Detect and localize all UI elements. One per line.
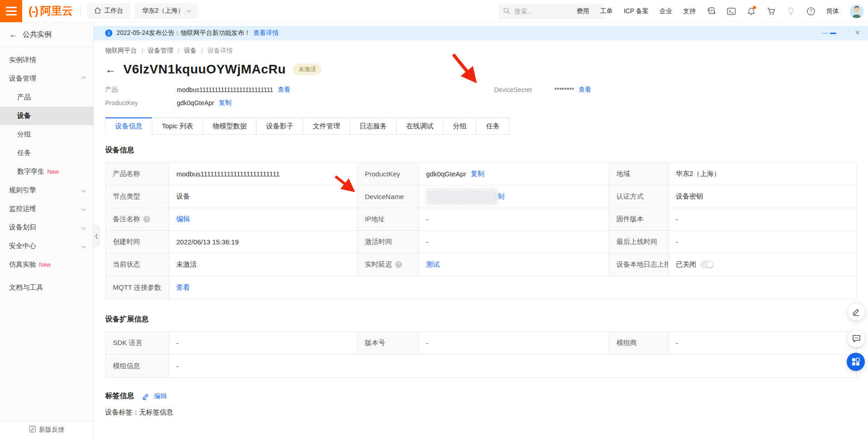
breadcrumb-device-management[interactable]: 设备管理 bbox=[148, 47, 173, 55]
back-arrow-icon[interactable]: ← bbox=[105, 64, 116, 75]
topbar-divider bbox=[80, 6, 81, 16]
notification-bell-icon[interactable] bbox=[747, 7, 756, 16]
tab-tsl-data[interactable]: 物模型数据 bbox=[203, 117, 257, 135]
svg-text:?: ? bbox=[810, 9, 812, 14]
row-label: 认证方式 bbox=[609, 185, 669, 208]
productkey-copy-link[interactable]: 复制 bbox=[219, 99, 232, 107]
tab-topic-list[interactable]: Topic 列表 bbox=[152, 117, 203, 135]
aliyun-logo[interactable]: (-) 阿里云 bbox=[29, 4, 73, 18]
terminal-icon[interactable] bbox=[727, 7, 736, 16]
sidebar-item-jobs[interactable]: 任务 bbox=[0, 144, 93, 162]
sidebar-item-docs-tools[interactable]: 文档与工具 bbox=[0, 278, 93, 297]
topbar-right: 费用 工单 ICP 备案 企业 支持 P ? 简体 bbox=[577, 0, 863, 22]
api-icon[interactable]: P bbox=[707, 7, 716, 16]
breadcrumb-devices[interactable]: 设备 bbox=[184, 47, 197, 55]
row-label: MQTT 连接参数 bbox=[106, 276, 169, 299]
row-label: 设备本地日志上报 bbox=[609, 253, 669, 276]
announcement-detail-link[interactable]: 查看详情 bbox=[253, 29, 279, 37]
copy-link[interactable]: 复制 bbox=[470, 170, 484, 178]
sidebar-nav: 实例详情 设备管理 产品 设备 分组 任务 数字孪生New 规则引擎 监控运维 … bbox=[0, 47, 93, 297]
row-label: 节点类型 bbox=[106, 185, 169, 208]
breadcrumb-iot-platform[interactable]: 物联网平台 bbox=[105, 47, 137, 55]
region-label: 华东2（上海） bbox=[142, 7, 184, 15]
help-tooltip-icon[interactable]: ? bbox=[143, 216, 150, 223]
tab-online-debug[interactable]: 在线调试 bbox=[396, 117, 443, 135]
row-label: 模组商 bbox=[609, 332, 669, 354]
banner-close-icon[interactable]: × bbox=[855, 28, 860, 38]
topbar: (-) 阿里云 工作台 华东2（上海） 费用 工单 ICP 备案 企业 支持 bbox=[0, 0, 868, 22]
tab-jobs[interactable]: 任务 bbox=[476, 117, 509, 135]
local-log-toggle[interactable] bbox=[700, 261, 714, 268]
test-link[interactable]: 测试 bbox=[426, 260, 440, 269]
region-selector[interactable]: 华东2（上海） bbox=[135, 3, 198, 19]
ticket-link[interactable]: 工单 bbox=[600, 7, 613, 15]
apps-grid-float-button[interactable] bbox=[847, 353, 865, 371]
tab-file-management[interactable]: 文件管理 bbox=[303, 117, 350, 135]
sidebar-collapse-handle[interactable]: ❮ bbox=[94, 225, 100, 246]
feedback-button[interactable]: 新版反馈 bbox=[0, 421, 93, 438]
edit-pencil-icon[interactable] bbox=[142, 393, 150, 400]
sidebar-item-monitoring[interactable]: 监控运维 bbox=[0, 200, 93, 218]
productkey-label: ProductKey bbox=[105, 99, 177, 107]
view-link[interactable]: 查看 bbox=[176, 283, 190, 292]
tag-info-section-title: 标签信息 编辑 bbox=[105, 391, 857, 401]
module-info-value: - bbox=[169, 355, 856, 377]
support-link[interactable]: 支持 bbox=[683, 7, 696, 15]
grid-icon bbox=[852, 358, 860, 366]
row-label: 最后上线时间 bbox=[609, 231, 669, 253]
chevron-down-icon bbox=[82, 207, 86, 211]
tab-groups[interactable]: 分组 bbox=[443, 117, 476, 135]
sidebar-item-rules-engine[interactable]: 规则引擎 bbox=[0, 181, 93, 200]
cart-icon[interactable] bbox=[766, 7, 776, 16]
sidebar-item-security-center[interactable]: 安全中心 bbox=[0, 237, 93, 255]
edit-link[interactable]: 编辑 bbox=[176, 215, 190, 224]
language-switch[interactable]: 简体 bbox=[826, 7, 839, 15]
product-view-link[interactable]: 查看 bbox=[278, 86, 291, 94]
module-vendor-value: - bbox=[669, 332, 856, 354]
chat-float-button[interactable] bbox=[848, 330, 865, 347]
sidebar-item-devices[interactable]: 设备 bbox=[0, 107, 93, 125]
sidebar-item-device-management[interactable]: 设备管理 bbox=[0, 69, 93, 88]
sidebar-item-simulation[interactable]: 仿真实验New bbox=[0, 255, 93, 274]
node-type-value: 设备 bbox=[169, 185, 358, 208]
page-title: V6lzVN1kquuOYWjMAcRu bbox=[123, 62, 286, 77]
help-tooltip-icon[interactable]: ? bbox=[395, 261, 402, 268]
row-label: 当前状态 bbox=[106, 253, 169, 276]
product-meta-row: 产品 modbus111111111111111111111111 查看 bbox=[105, 83, 857, 96]
lightbulb-icon[interactable] bbox=[786, 7, 795, 16]
sidebar-item-groups[interactable]: 分组 bbox=[0, 125, 93, 144]
sidebar: ← 公共实例 实例详情 设备管理 产品 设备 分组 任务 数字孪生New 规则引… bbox=[0, 22, 94, 438]
sidebar-item-instance-detail[interactable]: 实例详情 bbox=[0, 51, 93, 69]
workbench-button[interactable]: 工作台 bbox=[87, 3, 131, 19]
product-value: modbus111111111111111111111111 bbox=[177, 86, 273, 93]
sidebar-item-device-assignment[interactable]: 设备划归 bbox=[0, 218, 93, 237]
page-title-row: ← V6lzVN1kquuOYWjMAcRu 未激活 bbox=[105, 62, 857, 77]
sidebar-item-products[interactable]: 产品 bbox=[0, 88, 93, 107]
current-status-value: 未激活 bbox=[169, 253, 358, 276]
tab-device-shadow[interactable]: 设备影子 bbox=[256, 117, 303, 135]
sidebar-item-digital-twin[interactable]: 数字孪生New bbox=[0, 162, 93, 181]
tag-edit-link[interactable]: 编辑 bbox=[154, 392, 167, 400]
user-avatar[interactable] bbox=[850, 5, 863, 18]
created-time-value: 2022/06/13 15:36:19 bbox=[169, 231, 358, 253]
banner-page-indicators[interactable] bbox=[822, 33, 836, 34]
feedback-edit-float-button[interactable] bbox=[848, 303, 865, 321]
devicename-cell: 复制 bbox=[419, 185, 609, 208]
device-tag-label: 设备标签： bbox=[105, 408, 139, 417]
tab-device-info[interactable]: 设备信息 bbox=[105, 117, 152, 135]
activation-time-value: - bbox=[419, 231, 609, 253]
row-label: SDK 语言 bbox=[106, 332, 169, 354]
hamburger-menu-icon[interactable] bbox=[0, 0, 22, 22]
table-row: 模组信息 - bbox=[106, 355, 856, 377]
tab-log-service[interactable]: 日志服务 bbox=[349, 117, 397, 135]
row-label: 模组信息 bbox=[106, 355, 169, 377]
local-log-report-cell: 已关闭 bbox=[669, 253, 856, 276]
icp-link[interactable]: ICP 备案 bbox=[624, 7, 649, 15]
devicesecret-view-link[interactable]: 查看 bbox=[579, 86, 592, 94]
back-arrow-icon[interactable]: ← bbox=[9, 30, 17, 39]
enterprise-link[interactable]: 企业 bbox=[659, 7, 672, 15]
fee-link[interactable]: 费用 bbox=[577, 7, 589, 15]
remark-name-label: 备注名称? bbox=[106, 208, 169, 230]
devicesecret-label: DeviceSecret bbox=[494, 86, 554, 93]
help-icon[interactable]: ? bbox=[806, 7, 815, 16]
